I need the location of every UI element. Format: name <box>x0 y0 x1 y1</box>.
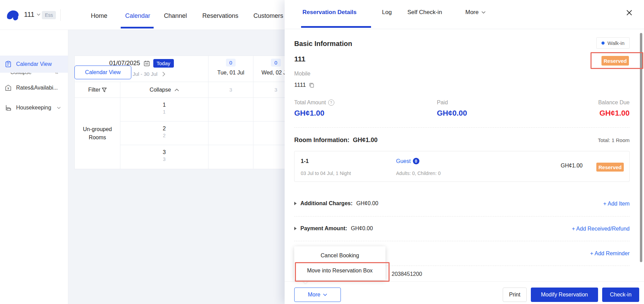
drawer-header-divider <box>285 29 644 29</box>
basic-information-heading: Basic Information <box>294 40 352 48</box>
funnel-icon <box>102 87 107 92</box>
chevron-down-icon <box>323 293 327 296</box>
checkin-button[interactable]: Check-in <box>602 288 639 302</box>
booking-number-partial: 2038451200 <box>392 271 422 277</box>
drawer-tab-label: Self Check-in <box>407 9 442 16</box>
drawer-tab-more[interactable]: More <box>465 9 486 16</box>
calendar-cell[interactable] <box>208 121 253 145</box>
annotation-box-status <box>591 52 643 69</box>
room-row-3[interactable]: 3 3 <box>120 145 208 169</box>
room-information-heading-row: Room Information: GH¢1.00 <box>294 137 378 144</box>
close-icon[interactable] <box>626 10 632 16</box>
guest-name: 111 <box>294 55 306 63</box>
sidebar-item-label: Calendar View <box>16 61 52 67</box>
payment-amount-label: Payment Amount: <box>300 225 347 232</box>
nav-calendar[interactable]: Calendar <box>125 12 150 20</box>
sidebar: Collapse « Calendar View ¥ Rates&Availab… <box>0 30 68 304</box>
room-row-1[interactable]: 1 1 <box>120 98 208 121</box>
room-card-guest-link[interactable]: Guest 0 <box>396 158 419 164</box>
active-drawer-tab-underline <box>301 26 371 28</box>
room-card-status-badge: Reserved <box>596 163 624 172</box>
drawer-tab-self-checkin[interactable]: Self Check-in <box>407 9 442 16</box>
drawer-tab-reservation-details[interactable]: Reservation Details <box>302 9 357 16</box>
brand-logo-icon[interactable] <box>5 8 21 23</box>
add-item-link[interactable]: + Add Item <box>603 201 630 207</box>
nav-channel[interactable]: Channel <box>164 12 187 20</box>
balance-due-label: Balance Due <box>598 100 630 106</box>
total-amount-label-row: Total Amount ? <box>294 100 334 106</box>
calendar-view-icon <box>5 61 12 68</box>
room-name: 1 <box>120 102 208 108</box>
nav-customers[interactable]: Customers <box>253 12 283 20</box>
guest-link-label: Guest <box>396 158 411 164</box>
modify-reservation-button[interactable]: Modify Reservation <box>531 288 598 302</box>
calendar-cell[interactable] <box>208 98 253 121</box>
walkin-chip[interactable]: Walk-in <box>596 37 630 49</box>
room-information-amount: GH¢1.00 <box>353 137 378 144</box>
chevron-down-icon <box>481 11 486 14</box>
walkin-dot-icon <box>601 42 605 45</box>
calendar-icon[interactable] <box>144 60 150 67</box>
add-received-refund-link[interactable]: + Add Received/Refund <box>572 226 630 232</box>
print-button[interactable]: Print <box>503 288 527 302</box>
caret-right-icon <box>294 227 297 230</box>
sidebar-item-label: Housekeeping <box>16 105 51 111</box>
room-card[interactable]: 1-1 Guest 0 03 Jul to 04 Jul, 1 Night Ad… <box>294 151 630 182</box>
sidebar-item-housekeeping[interactable]: Housekeeping <box>0 99 68 116</box>
guest-count-badge: 0 <box>413 158 419 164</box>
svg-text:¥: ¥ <box>7 87 9 90</box>
caret-right-icon <box>294 202 297 205</box>
more-button-label: More <box>308 292 320 298</box>
day-header-tue[interactable]: 0 Tue, 01 Jul <box>208 56 253 82</box>
plan-badge: Ess <box>42 11 56 19</box>
payment-amount-amount: GH¢0.00 <box>351 225 373 232</box>
room-row-2[interactable]: 2 2 <box>120 121 208 145</box>
sidebar-item-rates-availability[interactable]: ¥ Rates&Availabi... <box>0 79 68 96</box>
help-circle-icon[interactable]: ? <box>328 100 334 106</box>
room-code: 2 <box>120 133 208 138</box>
balance-due-value: GH¢1.00 <box>599 109 630 118</box>
more-button[interactable]: More <box>294 288 341 302</box>
additional-charges-row[interactable]: Additional Charges: GH¢0.00 <box>294 200 378 207</box>
room-card-dates: 03 Jul to 04 Jul, 1 Night <box>301 171 351 176</box>
room-card-price: GH¢1.00 <box>561 163 583 169</box>
room-information-heading: Room Information: <box>294 137 349 144</box>
tab-calendar-view[interactable]: Calendar View <box>74 66 131 79</box>
collapse-rooms-label: Collapse <box>150 87 171 93</box>
paid-label: Paid <box>437 100 448 106</box>
chevron-down-icon <box>57 107 61 109</box>
next-range-icon[interactable] <box>162 72 165 77</box>
drawer-tab-log[interactable]: Log <box>382 9 392 16</box>
room-card-occupancy: Adults: 0, Children: 0 <box>396 171 441 176</box>
section-divider <box>294 127 630 128</box>
total-amount-label: Total Amount <box>294 100 326 106</box>
section-divider <box>294 216 630 217</box>
room-group-label[interactable]: Un-grouped Rooms <box>75 98 120 169</box>
room-total-label: Total: 1 Room <box>598 137 630 143</box>
collapse-rooms-button[interactable]: Collapse <box>120 82 208 98</box>
topbar-divider <box>60 9 61 21</box>
room-code: 1 <box>120 109 208 115</box>
filter-label: Filter <box>88 87 100 93</box>
today-button[interactable]: Today <box>153 59 174 68</box>
annotation-box-menu-item <box>295 262 390 282</box>
mobile-value: 1111 <box>294 82 306 89</box>
filter-button[interactable]: Filter <box>75 82 120 98</box>
calendar-cell[interactable] <box>208 145 253 169</box>
reservation-drawer: Reservation Details Log Self Check-in Mo… <box>285 0 644 304</box>
day-badge: 0 <box>226 59 236 67</box>
add-reminder-link[interactable]: + Add Reminder <box>590 250 630 257</box>
housekeeping-icon <box>5 104 12 111</box>
nav-home[interactable]: Home <box>91 12 107 20</box>
paid-value: GH¢0.00 <box>437 109 467 118</box>
additional-charges-amount: GH¢0.00 <box>356 200 378 207</box>
menu-item-cancel-booking[interactable]: Cancel Booking <box>294 248 385 263</box>
sidebar-item-calendar-view[interactable]: Calendar View <box>0 56 68 73</box>
copy-icon[interactable] <box>309 82 314 88</box>
nav-reservations[interactable]: Reservations <box>202 12 238 20</box>
rates-availability-icon: ¥ <box>5 84 12 91</box>
property-selector[interactable]: 111 <box>24 11 40 19</box>
chevron-up-icon <box>175 89 179 91</box>
payment-amount-row[interactable]: Payment Amount: GH¢0.00 <box>294 225 373 232</box>
walkin-label: Walk-in <box>608 40 624 46</box>
